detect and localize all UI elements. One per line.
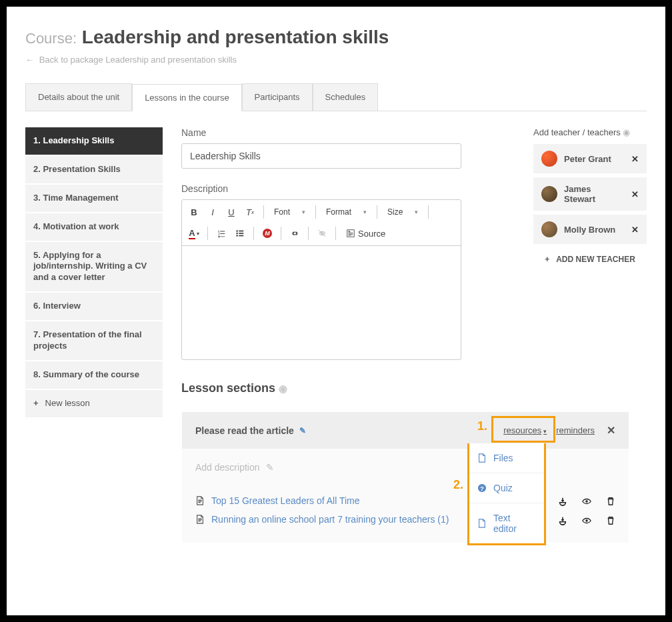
caret-down-icon: ▾ xyxy=(543,428,547,435)
section-title: Please read the article xyxy=(195,425,294,436)
svg-point-0 xyxy=(236,230,238,232)
back-link-label: Back to package Leadership and presentat… xyxy=(39,55,237,65)
teacher-name: Peter Grant xyxy=(564,154,611,164)
resource-row: Running an online school part 7 training… xyxy=(195,510,615,529)
svg-rect-9 xyxy=(349,231,351,233)
tab-participants[interactable]: Participants xyxy=(242,83,313,111)
avatar xyxy=(541,186,557,202)
tab-lessons[interactable]: Lessons in the course xyxy=(132,84,241,111)
arrow-left-icon: ← xyxy=(25,55,34,65)
help-icon[interactable]: ◉ xyxy=(623,127,630,137)
underline-button[interactable]: U xyxy=(223,204,239,220)
page-title-text: Leadership and presentation skills xyxy=(82,27,389,47)
page-title: Course: Leadership and presentation skil… xyxy=(25,27,647,48)
svg-rect-1 xyxy=(239,231,243,232)
sidebar-item-lesson[interactable]: 5. Applying for a job/internship. Writin… xyxy=(25,242,163,293)
teacher-row: James Stewart ✕ xyxy=(533,177,647,211)
avatar xyxy=(541,221,557,237)
source-button[interactable]: Source xyxy=(341,225,390,241)
dropdown-item-files[interactable]: Files xyxy=(469,443,544,473)
bold-button[interactable]: B xyxy=(186,204,202,220)
svg-point-16 xyxy=(585,519,588,522)
dropdown-item-quiz[interactable]: ? Quiz xyxy=(469,473,544,503)
tabs: Details about the unit Lessons in the co… xyxy=(25,83,647,111)
text-color-button[interactable]: A▾ xyxy=(186,225,202,241)
sidebar-item-lesson[interactable]: 6. Interview xyxy=(25,293,163,321)
svg-rect-10 xyxy=(349,233,353,233)
help-icon[interactable]: ◉ xyxy=(279,383,287,394)
remove-icon[interactable]: ✕ xyxy=(631,225,639,235)
svg-point-2 xyxy=(236,233,238,235)
editor-toolbar: B I U Tx Font▾ Format▾ Size▾ A▾ xyxy=(182,200,461,246)
sidebar-item-lesson[interactable]: 7. Presentation of the final projects xyxy=(25,321,163,361)
svg-text:M: M xyxy=(265,230,270,237)
dropdown-item-label: Files xyxy=(493,453,513,463)
sidebar-item-lesson[interactable]: 2. Presentation Skills xyxy=(25,156,163,185)
file-icon xyxy=(477,453,487,463)
dropdown-item-label: Text editor xyxy=(493,513,536,534)
sidebar-item-lesson[interactable]: 1. Leadership Skills xyxy=(25,127,163,156)
add-teacher-button[interactable]: ADD NEW TEACHER xyxy=(533,248,647,271)
trash-icon[interactable] xyxy=(606,514,615,525)
italic-button[interactable]: I xyxy=(205,204,221,220)
teacher-name: James Stewart xyxy=(564,184,625,204)
question-icon: ? xyxy=(477,483,487,493)
teacher-row: Molly Brown ✕ xyxy=(533,215,647,244)
tab-details[interactable]: Details about the unit xyxy=(25,83,132,111)
teacher-row: Peter Grant ✕ xyxy=(533,144,647,173)
svg-rect-3 xyxy=(239,233,243,234)
sidebar-item-lesson[interactable]: 4. Motivation at work xyxy=(25,213,163,242)
resource-row: Top 15 Greatest Leaders of All Time xyxy=(195,491,615,510)
numbered-list-button[interactable] xyxy=(213,225,229,241)
font-select[interactable]: Font▾ xyxy=(269,205,310,219)
link-button[interactable] xyxy=(287,225,303,241)
sidebar-new-lesson[interactable]: New lesson xyxy=(25,390,163,419)
svg-text:?: ? xyxy=(480,485,484,492)
section-header: Please read the article ✎ resources▾ rem… xyxy=(182,412,629,449)
lesson-sections-heading: Lesson sections ◉ xyxy=(181,381,515,395)
source-label: Source xyxy=(358,229,385,239)
description-label: Description xyxy=(181,183,515,194)
pencil-icon: ✎ xyxy=(266,462,274,473)
reminders-link[interactable]: reminders xyxy=(556,425,595,435)
add-description[interactable]: Add description ✎ xyxy=(195,462,615,473)
format-select[interactable]: Format▾ xyxy=(321,205,371,219)
teachers-label: Add teacher / teachers ◉ xyxy=(533,127,647,137)
document-icon xyxy=(195,515,205,524)
trash-icon[interactable] xyxy=(606,495,615,506)
svg-point-15 xyxy=(585,501,588,503)
pencil-icon[interactable]: ✎ xyxy=(299,426,306,435)
tab-schedules[interactable]: Schedules xyxy=(313,83,379,111)
teacher-name: Molly Brown xyxy=(564,225,615,235)
svg-rect-5 xyxy=(239,235,243,237)
unlink-button[interactable] xyxy=(314,225,330,241)
media-button[interactable]: M xyxy=(259,225,275,241)
close-icon[interactable]: ✕ xyxy=(607,424,615,437)
editor-body[interactable] xyxy=(182,246,461,359)
dropdown-item-text-editor[interactable]: Text editor xyxy=(469,503,544,543)
back-link[interactable]: ← Back to package Leadership and present… xyxy=(25,55,237,65)
eye-icon[interactable] xyxy=(582,495,591,506)
svg-rect-11 xyxy=(349,234,353,235)
lesson-sidebar: 1. Leadership Skills 2. Presentation Ski… xyxy=(25,127,163,543)
resources-dropdown: Files ? Quiz Text editor xyxy=(467,443,546,545)
eye-icon[interactable] xyxy=(582,514,591,525)
page-title-prefix: Course: xyxy=(25,30,77,47)
annotation-marker-2: 2. xyxy=(453,478,463,492)
download-icon[interactable] xyxy=(558,495,567,506)
size-select[interactable]: Size▾ xyxy=(383,205,423,219)
avatar xyxy=(541,151,557,167)
lesson-name-input[interactable] xyxy=(181,143,461,169)
resources-dropdown-trigger[interactable]: resources▾ xyxy=(503,425,547,435)
svg-rect-12 xyxy=(349,235,351,236)
dropdown-item-label: Quiz xyxy=(493,483,513,493)
remove-icon[interactable]: ✕ xyxy=(631,189,639,199)
file-icon xyxy=(477,519,487,528)
sidebar-item-lesson[interactable]: 8. Summary of the course xyxy=(25,361,163,390)
remove-format-button[interactable]: Tx xyxy=(242,204,258,220)
name-label: Name xyxy=(181,127,515,138)
download-icon[interactable] xyxy=(558,514,567,525)
sidebar-item-lesson[interactable]: 3. Time Management xyxy=(25,185,163,213)
bullet-list-button[interactable] xyxy=(232,225,248,241)
remove-icon[interactable]: ✕ xyxy=(631,154,639,164)
